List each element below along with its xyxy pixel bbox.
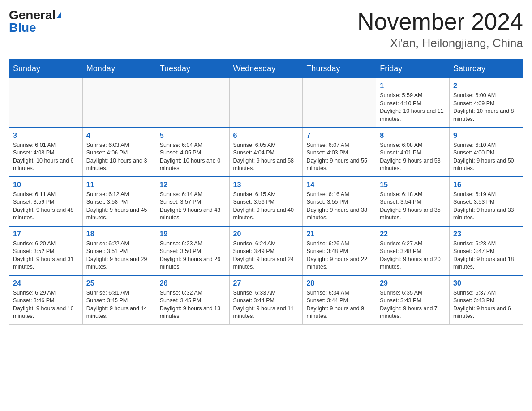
calendar-cell: 18Sunrise: 6:22 AMSunset: 3:51 PMDayligh… <box>82 226 156 275</box>
weekday-header-friday: Friday <box>376 60 450 78</box>
calendar-header-row: SundayMondayTuesdayWednesdayThursdayFrid… <box>9 60 523 78</box>
day-number: 23 <box>453 230 519 238</box>
day-info: Sunrise: 5:59 AMSunset: 4:10 PMDaylight:… <box>380 92 446 123</box>
calendar-cell <box>9 78 83 128</box>
calendar-cell <box>229 78 303 128</box>
day-number: 20 <box>233 230 299 238</box>
day-number: 22 <box>380 230 446 238</box>
logo: General Blue <box>9 9 61 34</box>
day-number: 21 <box>306 230 372 238</box>
day-number: 28 <box>306 279 372 287</box>
day-info: Sunrise: 6:07 AMSunset: 4:03 PMDaylight:… <box>306 141 372 173</box>
calendar-cell: 27Sunrise: 6:33 AMSunset: 3:44 PMDayligh… <box>229 275 303 325</box>
day-info: Sunrise: 6:34 AMSunset: 3:44 PMDaylight:… <box>306 289 372 321</box>
weekday-header-wednesday: Wednesday <box>229 60 303 78</box>
weekday-header-monday: Monday <box>82 60 156 78</box>
calendar-cell: 25Sunrise: 6:31 AMSunset: 3:45 PMDayligh… <box>82 275 156 325</box>
day-number: 16 <box>453 181 519 189</box>
calendar-cell: 10Sunrise: 6:11 AMSunset: 3:59 PMDayligh… <box>9 177 83 226</box>
day-info: Sunrise: 6:22 AMSunset: 3:51 PMDaylight:… <box>86 240 152 271</box>
calendar-cell: 6Sunrise: 6:05 AMSunset: 4:04 PMDaylight… <box>229 128 303 177</box>
calendar-cell: 3Sunrise: 6:01 AMSunset: 4:08 PMDaylight… <box>9 128 83 177</box>
day-number: 12 <box>160 181 226 189</box>
day-info: Sunrise: 6:00 AMSunset: 4:09 PMDaylight:… <box>453 92 519 123</box>
day-number: 26 <box>160 279 226 287</box>
calendar-cell: 19Sunrise: 6:23 AMSunset: 3:50 PMDayligh… <box>156 226 229 275</box>
day-info: Sunrise: 6:19 AMSunset: 3:53 PMDaylight:… <box>453 191 519 222</box>
calendar-cell: 16Sunrise: 6:19 AMSunset: 3:53 PMDayligh… <box>450 177 523 226</box>
calendar-cell: 30Sunrise: 6:37 AMSunset: 3:43 PMDayligh… <box>450 275 523 325</box>
day-info: Sunrise: 6:32 AMSunset: 3:45 PMDaylight:… <box>160 289 226 321</box>
day-number: 7 <box>306 132 372 140</box>
weekday-header-tuesday: Tuesday <box>156 60 229 78</box>
day-number: 19 <box>160 230 226 238</box>
calendar-cell: 26Sunrise: 6:32 AMSunset: 3:45 PMDayligh… <box>156 275 229 325</box>
day-number: 10 <box>13 181 79 189</box>
calendar-cell <box>82 78 156 128</box>
day-info: Sunrise: 6:11 AMSunset: 3:59 PMDaylight:… <box>13 191 79 222</box>
day-info: Sunrise: 6:18 AMSunset: 3:54 PMDaylight:… <box>380 191 446 222</box>
calendar-cell: 4Sunrise: 6:03 AMSunset: 4:06 PMDaylight… <box>82 128 156 177</box>
weekday-header-sunday: Sunday <box>9 60 83 78</box>
calendar-cell: 21Sunrise: 6:26 AMSunset: 3:48 PMDayligh… <box>303 226 376 275</box>
day-number: 29 <box>380 279 446 287</box>
day-number: 18 <box>86 230 152 238</box>
day-number: 1 <box>380 82 446 90</box>
calendar-week-row: 17Sunrise: 6:20 AMSunset: 3:52 PMDayligh… <box>9 226 523 275</box>
calendar-week-row: 24Sunrise: 6:29 AMSunset: 3:46 PMDayligh… <box>9 275 523 325</box>
calendar-cell: 11Sunrise: 6:12 AMSunset: 3:58 PMDayligh… <box>82 177 156 226</box>
calendar-cell: 29Sunrise: 6:35 AMSunset: 3:43 PMDayligh… <box>376 275 450 325</box>
calendar-cell: 5Sunrise: 6:04 AMSunset: 4:05 PMDaylight… <box>156 128 229 177</box>
day-info: Sunrise: 6:26 AMSunset: 3:48 PMDaylight:… <box>306 240 372 271</box>
calendar-cell: 8Sunrise: 6:08 AMSunset: 4:01 PMDaylight… <box>376 128 450 177</box>
day-info: Sunrise: 6:23 AMSunset: 3:50 PMDaylight:… <box>160 240 226 271</box>
day-info: Sunrise: 6:04 AMSunset: 4:05 PMDaylight:… <box>160 141 226 173</box>
day-number: 2 <box>453 82 519 90</box>
calendar-cell: 22Sunrise: 6:27 AMSunset: 3:48 PMDayligh… <box>376 226 450 275</box>
day-info: Sunrise: 6:33 AMSunset: 3:44 PMDaylight:… <box>233 289 299 321</box>
day-number: 11 <box>86 181 152 189</box>
month-year-title: November 2024 <box>357 9 523 34</box>
calendar-cell: 12Sunrise: 6:14 AMSunset: 3:57 PMDayligh… <box>156 177 229 226</box>
calendar-cell: 1Sunrise: 5:59 AMSunset: 4:10 PMDaylight… <box>376 78 450 128</box>
calendar-cell: 17Sunrise: 6:20 AMSunset: 3:52 PMDayligh… <box>9 226 83 275</box>
day-info: Sunrise: 6:24 AMSunset: 3:49 PMDaylight:… <box>233 240 299 271</box>
calendar-cell: 13Sunrise: 6:15 AMSunset: 3:56 PMDayligh… <box>229 177 303 226</box>
day-number: 13 <box>233 181 299 189</box>
day-info: Sunrise: 6:10 AMSunset: 4:00 PMDaylight:… <box>453 141 519 173</box>
day-info: Sunrise: 6:12 AMSunset: 3:58 PMDaylight:… <box>86 191 152 222</box>
calendar-cell: 2Sunrise: 6:00 AMSunset: 4:09 PMDaylight… <box>450 78 523 128</box>
day-info: Sunrise: 6:27 AMSunset: 3:48 PMDaylight:… <box>380 240 446 271</box>
calendar-week-row: 1Sunrise: 5:59 AMSunset: 4:10 PMDaylight… <box>9 78 523 128</box>
calendar-cell <box>156 78 229 128</box>
calendar-week-row: 10Sunrise: 6:11 AMSunset: 3:59 PMDayligh… <box>9 177 523 226</box>
day-number: 27 <box>233 279 299 287</box>
day-info: Sunrise: 6:35 AMSunset: 3:43 PMDaylight:… <box>380 289 446 321</box>
calendar-table: SundayMondayTuesdayWednesdayThursdayFrid… <box>9 59 523 325</box>
day-number: 6 <box>233 132 299 140</box>
calendar-week-row: 3Sunrise: 6:01 AMSunset: 4:08 PMDaylight… <box>9 128 523 177</box>
calendar-cell: 7Sunrise: 6:07 AMSunset: 4:03 PMDaylight… <box>303 128 376 177</box>
day-info: Sunrise: 6:15 AMSunset: 3:56 PMDaylight:… <box>233 191 299 222</box>
day-info: Sunrise: 6:01 AMSunset: 4:08 PMDaylight:… <box>13 141 79 173</box>
calendar-cell: 15Sunrise: 6:18 AMSunset: 3:54 PMDayligh… <box>376 177 450 226</box>
day-number: 9 <box>453 132 519 140</box>
day-info: Sunrise: 6:16 AMSunset: 3:55 PMDaylight:… <box>306 191 372 222</box>
day-number: 4 <box>86 132 152 140</box>
day-number: 8 <box>380 132 446 140</box>
logo-triangle-icon <box>56 12 61 18</box>
calendar-cell <box>303 78 376 128</box>
day-number: 25 <box>86 279 152 287</box>
calendar-cell: 9Sunrise: 6:10 AMSunset: 4:00 PMDaylight… <box>450 128 523 177</box>
day-number: 30 <box>453 279 519 287</box>
logo-general-text: General <box>9 9 56 21</box>
day-info: Sunrise: 6:08 AMSunset: 4:01 PMDaylight:… <box>380 141 446 173</box>
day-number: 3 <box>13 132 79 140</box>
calendar-cell: 20Sunrise: 6:24 AMSunset: 3:49 PMDayligh… <box>229 226 303 275</box>
day-info: Sunrise: 6:28 AMSunset: 3:47 PMDaylight:… <box>453 240 519 271</box>
page-header: General Blue November 2024 Xi'an, Heilon… <box>9 9 523 50</box>
calendar-cell: 23Sunrise: 6:28 AMSunset: 3:47 PMDayligh… <box>450 226 523 275</box>
day-info: Sunrise: 6:29 AMSunset: 3:46 PMDaylight:… <box>13 289 79 321</box>
location-subtitle: Xi'an, Heilongjiang, China <box>357 36 523 50</box>
day-number: 15 <box>380 181 446 189</box>
